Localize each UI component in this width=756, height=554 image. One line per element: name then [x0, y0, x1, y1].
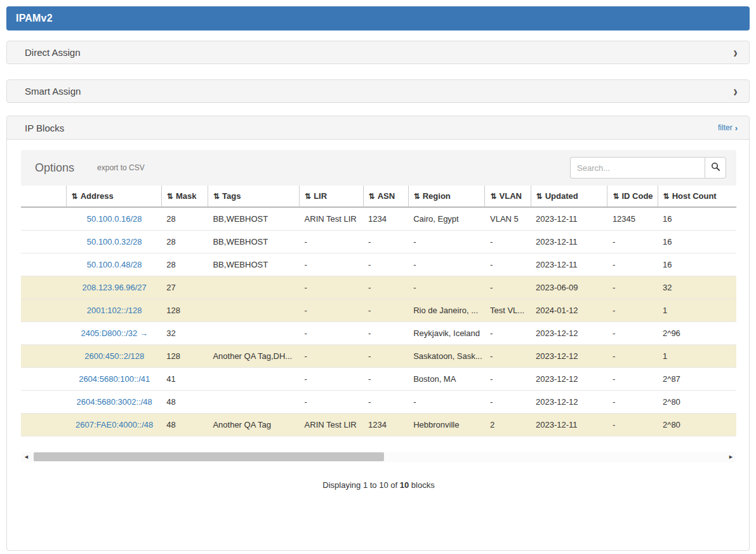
- address-link[interactable]: 50.100.0.16/28: [87, 214, 142, 224]
- sort-icon: ⇅: [213, 192, 220, 201]
- cell-asn: -: [363, 345, 408, 368]
- sort-icon: ⇅: [72, 192, 78, 201]
- cell-region: -: [408, 231, 485, 253]
- cell-lir: -: [300, 391, 364, 414]
- cell-tags: [208, 322, 299, 345]
- cell-host_count: 2^80: [658, 414, 736, 436]
- address-link[interactable]: 50.100.0.32/28: [87, 237, 142, 247]
- column-header-id_code[interactable]: ⇅ID Code: [607, 186, 658, 207]
- address-link[interactable]: 2607:FAE0:4000::/48: [76, 420, 153, 429]
- cell-id_code: -: [607, 345, 658, 368]
- cell-vlan: -: [485, 276, 531, 299]
- horizontal-scrollbar: ◄ ►: [21, 452, 736, 463]
- smart-assign-panel[interactable]: Smart Assign ›: [6, 79, 750, 103]
- column-header-region[interactable]: ⇅Region: [408, 186, 485, 207]
- cell-address: 50.100.0.32/28: [66, 231, 161, 253]
- cell-lir: -: [300, 368, 364, 391]
- scrollbar-thumb[interactable]: [34, 452, 384, 461]
- cell-lir: -: [300, 231, 364, 253]
- table-row: 50.100.0.16/2828BB,WEBHOSTARIN Test LIR1…: [21, 207, 736, 231]
- address-link[interactable]: 2600:450::2/128: [84, 351, 144, 361]
- address-link[interactable]: 208.123.96.96/27: [83, 283, 147, 292]
- cell-asn: 1234: [363, 207, 408, 231]
- cell-asn: -: [363, 368, 408, 391]
- cell-region: Hebbronville: [408, 414, 485, 436]
- cell-mask: 128: [161, 299, 208, 322]
- address-link[interactable]: 2604:5680:100::/41: [79, 374, 150, 384]
- cell-region: -: [408, 391, 485, 414]
- table-row: 2600:450::2/128128Another QA Tag,DH...--…: [21, 345, 736, 368]
- sort-icon: ⇅: [490, 192, 496, 201]
- filter-link[interactable]: filter ›: [718, 123, 738, 133]
- cell-id_code: -: [607, 231, 658, 253]
- sort-icon: ⇅: [167, 192, 173, 201]
- cell-mask: 48: [161, 391, 208, 414]
- options-bar: Options export to CSV: [21, 150, 736, 186]
- cell-id_code: -: [607, 414, 658, 436]
- row-spacer: [21, 322, 66, 345]
- sort-icon: ⇅: [369, 192, 375, 201]
- column-header-mask[interactable]: ⇅Mask: [161, 186, 208, 207]
- smart-assign-title: Smart Assign: [25, 86, 81, 97]
- cell-host_count: 16: [658, 253, 736, 276]
- scroll-right-arrow-icon[interactable]: ►: [728, 454, 734, 461]
- column-header-asn[interactable]: ⇅ASN: [363, 186, 408, 207]
- search-group: [570, 157, 726, 179]
- cell-asn: 1234: [363, 414, 408, 436]
- cell-region: Saskatoon, Sask...: [408, 345, 485, 368]
- assigned-arrow-icon: →: [137, 328, 148, 338]
- cell-region: Boston, MA: [408, 368, 485, 391]
- table-header-row: ⇅Address⇅Mask⇅Tags⇅LIR⇅ASN⇅Region⇅VLAN⇅U…: [21, 186, 736, 207]
- cell-region: Rio de Janeiro, ...: [408, 299, 485, 322]
- cell-vlan: -: [485, 368, 531, 391]
- cell-address: 50.100.0.48/28: [66, 253, 161, 276]
- row-spacer: [21, 231, 66, 253]
- direct-assign-panel[interactable]: Direct Assign ›: [6, 41, 750, 64]
- column-header-host_count[interactable]: ⇅Host Count: [658, 186, 736, 207]
- cell-host_count: 16: [658, 231, 736, 253]
- cell-id_code: -: [607, 299, 658, 322]
- sort-icon: ⇅: [613, 192, 619, 201]
- cell-asn: -: [363, 276, 408, 299]
- cell-id_code: -: [607, 276, 658, 299]
- address-link[interactable]: 2001:102::/128: [87, 306, 142, 315]
- cell-asn: -: [363, 299, 408, 322]
- table-row: 50.100.0.48/2828BB,WEBHOST----2023-12-11…: [21, 253, 736, 276]
- ip-blocks-panel: IP Blocks filter › Options export to CSV: [6, 116, 750, 551]
- cell-lir: -: [300, 253, 364, 276]
- cell-address: 2600:450::2/128: [66, 345, 161, 368]
- cell-lir: ARIN Test LIR: [300, 414, 364, 436]
- address-link[interactable]: 2405:D800::/32: [81, 328, 137, 338]
- column-header-updated[interactable]: ⇅Updated: [531, 186, 607, 207]
- cell-mask: 28: [161, 253, 208, 276]
- cell-address: 208.123.96.96/27: [66, 276, 161, 299]
- cell-mask: 32: [161, 322, 208, 345]
- cell-address: 2607:FAE0:4000::/48: [66, 414, 161, 436]
- cell-vlan: -: [485, 322, 531, 345]
- search-button[interactable]: [705, 157, 726, 179]
- row-spacer: [21, 391, 66, 414]
- column-header-vlan[interactable]: ⇅VLAN: [485, 186, 531, 207]
- cell-asn: -: [363, 231, 408, 253]
- filter-label: filter: [718, 123, 733, 132]
- ip-blocks-body: Options export to CSV: [7, 140, 749, 550]
- cell-address: 2604:5680:100::/41: [66, 368, 161, 391]
- cell-tags: [208, 276, 299, 299]
- address-link[interactable]: 50.100.0.48/28: [87, 260, 142, 269]
- cell-id_code: -: [607, 322, 658, 345]
- chevron-right-icon: ›: [733, 45, 738, 60]
- export-csv-link[interactable]: export to CSV: [97, 163, 145, 172]
- cell-tags: BB,WEBHOST: [208, 231, 299, 253]
- search-input[interactable]: [570, 157, 705, 179]
- column-header-tags[interactable]: ⇅Tags: [208, 186, 299, 207]
- summary-text-after: blocks: [411, 480, 435, 490]
- cell-lir: ARIN Test LIR: [300, 207, 364, 231]
- address-link[interactable]: 2604:5680:3002::/48: [77, 397, 152, 407]
- cell-address: 50.100.0.16/28: [66, 207, 161, 231]
- scroll-left-arrow-icon[interactable]: ◄: [23, 454, 29, 461]
- cell-address: 2001:102::/128: [66, 299, 161, 322]
- column-header-lir[interactable]: ⇅LIR: [300, 186, 364, 207]
- cell-host_count: 32: [658, 276, 736, 299]
- ip-blocks-title: IP Blocks: [25, 123, 64, 133]
- column-header-address[interactable]: ⇅Address: [66, 186, 161, 207]
